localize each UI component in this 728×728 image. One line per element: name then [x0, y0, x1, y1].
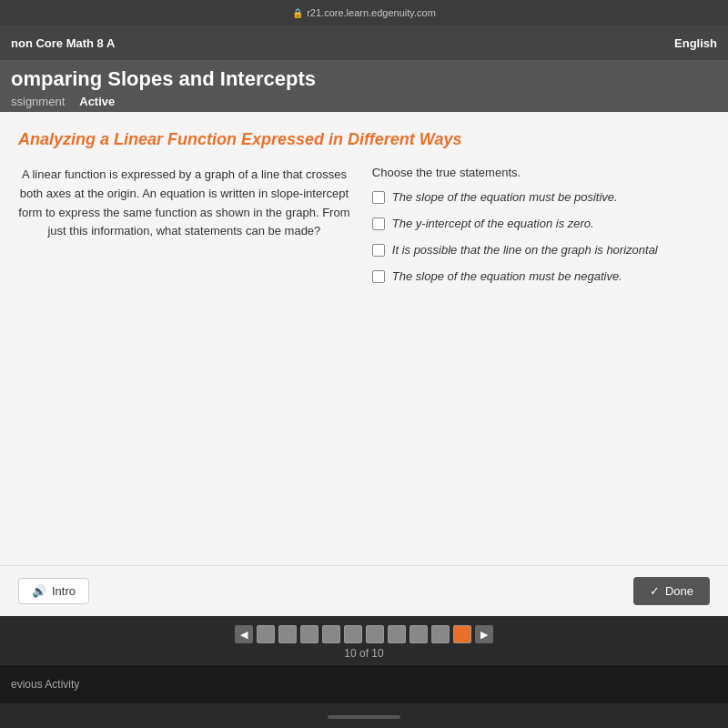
scroll-indicator — [328, 715, 400, 719]
choices-section: Choose the true statements. The slope of… — [372, 166, 710, 296]
choice-label-2: The y-intercept of the equation is zero. — [392, 217, 594, 230]
next-page-arrow[interactable]: ▶ — [475, 625, 493, 643]
choice-checkbox-2[interactable] — [372, 217, 385, 230]
intro-label: Intro — [52, 584, 76, 598]
choice-item-1[interactable]: The slope of the equation must be positi… — [372, 190, 710, 204]
pagination-label: 10 of 10 — [344, 647, 383, 660]
choice-item-4[interactable]: The slope of the equation must be negati… — [372, 269, 710, 283]
intro-button[interactable]: 🔊 Intro — [18, 578, 89, 604]
nav-active[interactable]: Active — [79, 95, 115, 108]
pagination-area: ◀ ▶ 10 of 10 — [0, 616, 728, 665]
page-nav: ssignment Active — [11, 95, 717, 108]
page-box-4[interactable] — [322, 625, 340, 643]
choice-label-1: The slope of the equation must be positi… — [392, 190, 618, 204]
done-button[interactable]: ✓ Done — [633, 577, 710, 605]
page-box-6[interactable] — [366, 625, 384, 643]
page-box-7[interactable] — [388, 625, 406, 643]
choice-label-3: It is possible that the line on the grap… — [392, 243, 658, 257]
check-icon: ✓ — [650, 584, 660, 598]
question-text: A linear function is expressed by a grap… — [18, 166, 350, 296]
browser-bar: 🔒 r21.core.learn.edgenuity.com — [0, 0, 728, 25]
choice-item-3[interactable]: It is possible that the line on the grap… — [372, 243, 710, 257]
bottom-dark-bar: evious Activity — [0, 665, 728, 703]
speaker-icon: 🔊 — [32, 584, 46, 598]
choice-checkbox-1[interactable] — [372, 191, 385, 204]
lock-icon: 🔒 — [292, 8, 303, 18]
page-title-bar: omparing Slopes and Intercepts ssignment… — [0, 60, 728, 112]
done-label: Done — [665, 584, 693, 598]
choice-item-2[interactable]: The y-intercept of the equation is zero. — [372, 217, 710, 230]
page-box-1[interactable] — [257, 625, 275, 643]
page-box-8[interactable] — [410, 625, 428, 643]
main-content: Analyzing a Linear Function Expressed in… — [0, 112, 728, 310]
question-title: Analyzing a Linear Function Expressed in… — [18, 130, 710, 149]
question-extra-area — [0, 310, 728, 565]
prev-page-arrow[interactable]: ◀ — [235, 625, 253, 643]
app-header-right: English — [674, 36, 717, 50]
page-box-2[interactable] — [278, 625, 297, 643]
app-header: non Core Math 8 A English — [0, 25, 728, 60]
page-box-3[interactable] — [300, 625, 318, 643]
page-box-5[interactable] — [344, 625, 362, 643]
bottom-toolbar: 🔊 Intro ✓ Done — [0, 565, 728, 616]
choice-checkbox-3[interactable] — [372, 244, 385, 257]
page-box-9[interactable] — [431, 625, 450, 643]
app-header-title: non Core Math 8 A — [11, 36, 115, 50]
nav-assignment[interactable]: ssignment — [11, 95, 65, 108]
choice-label-4: The slope of the equation must be negati… — [392, 269, 622, 283]
question-body: A linear function is expressed by a grap… — [18, 166, 710, 296]
pagination-controls: ◀ ▶ — [235, 625, 493, 643]
prev-activity-link[interactable]: evious Activity — [11, 678, 79, 691]
screen: 🔒 r21.core.learn.edgenuity.com non Core … — [0, 0, 728, 728]
choices-label: Choose the true statements. — [372, 166, 710, 179]
choice-checkbox-4[interactable] — [372, 270, 385, 283]
page-box-10[interactable] — [453, 625, 471, 643]
page-title: omparing Slopes and Intercepts — [11, 67, 717, 91]
browser-url: r21.core.learn.edgenuity.com — [307, 7, 436, 18]
